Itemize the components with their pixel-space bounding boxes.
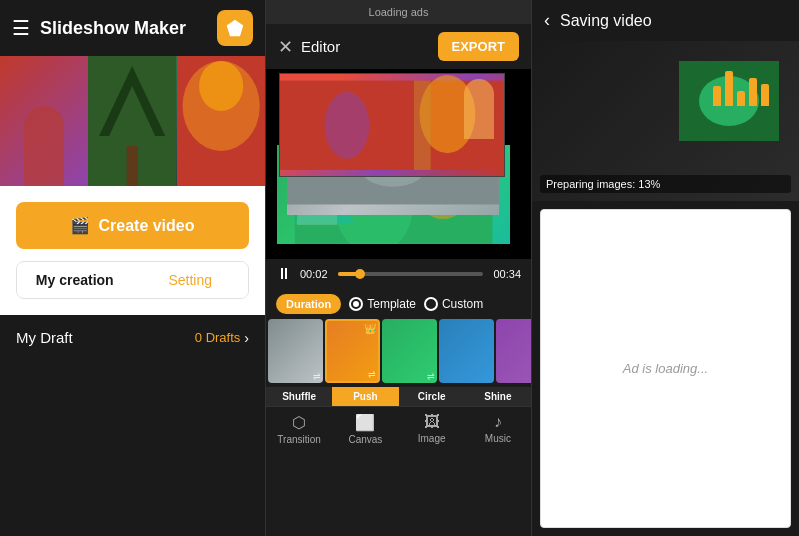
collage-image-3: [177, 56, 265, 186]
bottom-nav: ⬡ Transition ⬜ Canvas 🖼 Image ♪ Music: [266, 406, 531, 451]
pause-icon[interactable]: ⏸: [276, 265, 292, 283]
bar-1: [713, 86, 721, 106]
autumn-svg: [177, 56, 265, 186]
saving-title: Saving video: [560, 12, 652, 30]
draft-count: 0 Drafts: [195, 330, 241, 345]
canvas-label: Canvas: [348, 434, 382, 445]
svg-rect-8: [280, 80, 503, 169]
bar-5: [761, 84, 769, 106]
left-header: ☰ Slideshow Maker: [0, 0, 265, 56]
back-icon[interactable]: ‹: [544, 10, 550, 31]
saving-preview: Preparing images: 13%: [532, 41, 799, 201]
custom-radio[interactable]: [424, 297, 438, 311]
image-icon: 🖼: [424, 413, 440, 431]
bar-4: [749, 78, 757, 106]
ad-loading-text: Ad is loading...: [623, 361, 708, 376]
nav-canvas[interactable]: ⬜ Canvas: [332, 407, 398, 451]
music-label: Music: [485, 433, 511, 444]
my-draft-row[interactable]: My Draft 0 Drafts ›: [0, 315, 265, 360]
template-option[interactable]: Template: [349, 297, 416, 311]
svg-point-11: [325, 92, 370, 159]
transition-label: Transition: [277, 434, 321, 445]
transition-icon: ⬡: [292, 413, 306, 432]
svg-rect-10: [414, 80, 431, 169]
progress-dot: [355, 269, 365, 279]
time-total: 00:34: [491, 268, 521, 280]
forest-svg: [88, 56, 176, 186]
time-current: 00:02: [300, 268, 330, 280]
saving-header: ‹ Saving video: [532, 0, 799, 41]
left-panel: ☰ Slideshow Maker: [0, 0, 265, 536]
middle-panel: Loading ads ✕ Editor EXPORT: [265, 0, 532, 536]
bar-2: [725, 71, 733, 106]
duration-badge[interactable]: Duration: [276, 294, 341, 314]
duration-row: Duration Template Custom: [266, 289, 531, 319]
app-logo: [217, 10, 253, 46]
ad-container: Ad is loading...: [540, 209, 791, 528]
ads-label: Loading ads: [369, 6, 429, 18]
video-frame-stack: [266, 69, 531, 259]
right-panel: ‹ Saving video Preparing images: 13% Ad …: [532, 0, 799, 536]
ads-bar: Loading ads: [266, 0, 531, 24]
svg-marker-0: [227, 20, 244, 37]
template-label: Template: [367, 297, 416, 311]
hamburger-icon[interactable]: ☰: [12, 16, 30, 40]
trans-tab-circle[interactable]: Circle: [399, 387, 465, 406]
collage-image-2: [88, 56, 176, 186]
shuffle-icon-3: ⇌: [427, 371, 435, 381]
logo-icon: [225, 18, 245, 38]
trans-tab-shuffle[interactable]: Shuffle: [266, 387, 332, 406]
tab-setting[interactable]: Setting: [133, 262, 249, 298]
svg-point-7: [199, 61, 243, 111]
transition-tabs: Shuffle Push Circle Shine: [266, 387, 531, 406]
video-preview: [266, 69, 531, 259]
create-video-button[interactable]: 🎬 Create video: [16, 202, 249, 249]
custom-label: Custom: [442, 297, 483, 311]
nav-image[interactable]: 🖼 Image: [399, 407, 465, 451]
template-radio[interactable]: [349, 297, 363, 311]
saving-bar-chart: [713, 71, 769, 106]
thumbnail-2[interactable]: 👑 ⇌: [325, 319, 380, 383]
export-button[interactable]: EXPORT: [438, 32, 519, 61]
shuffle-icon-1: ⇌: [313, 371, 321, 381]
custom-option[interactable]: Custom: [424, 297, 483, 311]
music-icon: ♪: [494, 413, 502, 431]
chevron-right-icon: ›: [244, 330, 249, 346]
nav-music[interactable]: ♪ Music: [465, 407, 531, 451]
canvas-icon: ⬜: [355, 413, 375, 432]
create-video-label: Create video: [98, 217, 194, 235]
action-card: 🎬 Create video My creation Setting: [0, 186, 265, 315]
svg-rect-4: [127, 146, 138, 186]
thumbnail-5[interactable]: [496, 319, 531, 383]
preparing-text: Preparing images: 13%: [540, 175, 791, 193]
close-icon[interactable]: ✕: [278, 36, 293, 58]
bar-3: [737, 91, 745, 106]
image-label: Image: [418, 433, 446, 444]
editor-title: Editor: [301, 38, 438, 55]
app-title: Slideshow Maker: [40, 18, 217, 39]
shuffle-icon-2: ⇌: [368, 369, 376, 379]
my-draft-label: My Draft: [16, 329, 195, 346]
collage-image-1: [0, 56, 88, 186]
progress-bar[interactable]: [338, 272, 483, 276]
thumbnail-4[interactable]: [439, 319, 494, 383]
trans-tab-push[interactable]: Push: [332, 387, 398, 406]
tab-my-creation[interactable]: My creation: [17, 262, 133, 298]
playback-controls: ⏸ 00:02 00:34: [266, 259, 531, 289]
anime-frame-top: [279, 73, 504, 178]
thumbnail-1[interactable]: ⇌: [268, 319, 323, 383]
tab-row: My creation Setting: [16, 261, 249, 299]
nav-transition[interactable]: ⬡ Transition: [266, 407, 332, 451]
film-icon: 🎬: [70, 216, 90, 235]
thumbnail-strip[interactable]: ⇌ 👑 ⇌ ⇌: [266, 319, 531, 387]
anime-top-svg: [280, 74, 503, 177]
trans-tab-shine[interactable]: Shine: [465, 387, 531, 406]
editor-header: ✕ Editor EXPORT: [266, 24, 531, 69]
crown-icon: 👑: [364, 323, 376, 334]
photo-collage: [0, 56, 265, 186]
thumbnail-3[interactable]: ⇌: [382, 319, 437, 383]
